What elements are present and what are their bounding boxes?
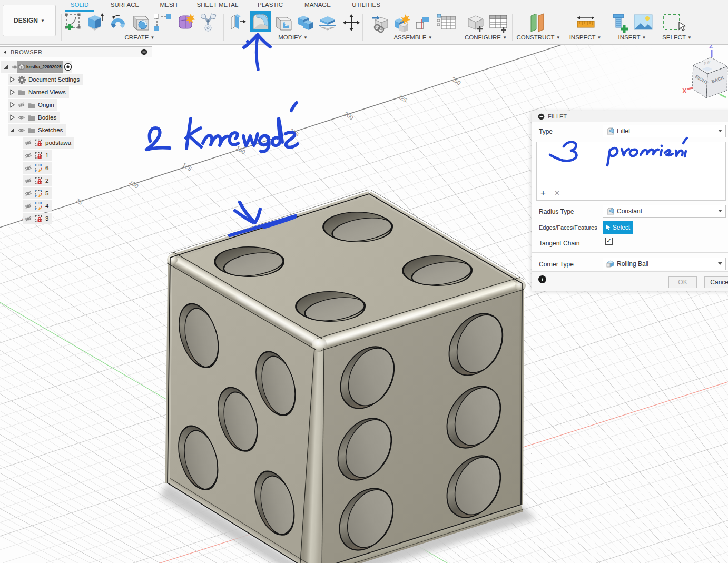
svg-text:X: X xyxy=(682,87,687,95)
